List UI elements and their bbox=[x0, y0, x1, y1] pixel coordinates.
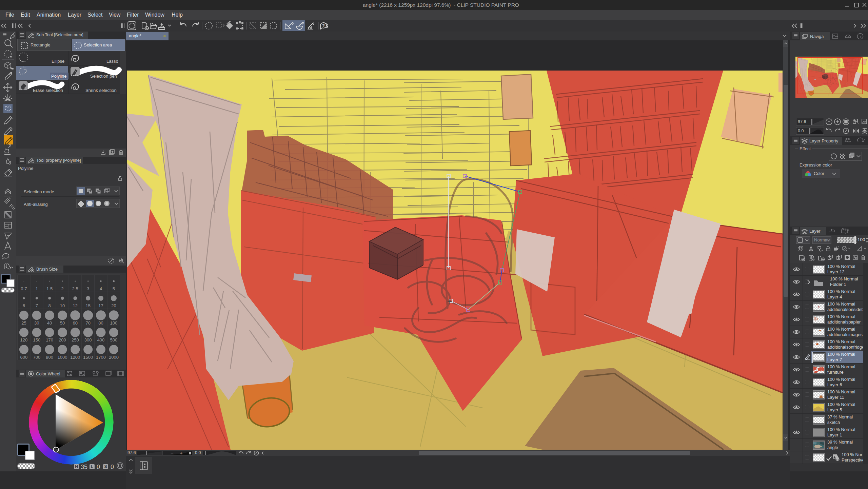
svg-text:7: 7 bbox=[36, 303, 38, 308]
svg-text:2000: 2000 bbox=[109, 355, 119, 360]
svg-text:100: 100 bbox=[110, 320, 118, 326]
svg-text:400: 400 bbox=[97, 337, 105, 343]
svg-text:1700: 1700 bbox=[96, 355, 106, 360]
svg-text:120: 120 bbox=[20, 337, 28, 343]
svg-text:170: 170 bbox=[46, 337, 53, 343]
svg-text:17: 17 bbox=[98, 303, 103, 308]
svg-text:1000: 1000 bbox=[58, 355, 67, 360]
svg-text:200: 200 bbox=[59, 337, 66, 343]
svg-text:500: 500 bbox=[110, 337, 118, 343]
svg-text:20: 20 bbox=[111, 303, 116, 308]
svg-text:150: 150 bbox=[33, 337, 40, 343]
svg-text:300: 300 bbox=[84, 337, 92, 343]
svg-text:15: 15 bbox=[85, 303, 90, 308]
svg-text:250: 250 bbox=[72, 337, 79, 343]
svg-text:1500: 1500 bbox=[83, 355, 93, 360]
svg-text:4: 4 bbox=[100, 286, 102, 291]
svg-text:0.7: 0.7 bbox=[21, 286, 27, 291]
svg-text:1.5: 1.5 bbox=[46, 286, 53, 291]
svg-text:1200: 1200 bbox=[70, 355, 80, 360]
svg-text:25: 25 bbox=[21, 320, 26, 326]
svg-text:3: 3 bbox=[87, 286, 89, 291]
svg-text:70: 70 bbox=[85, 320, 90, 326]
svg-text:700: 700 bbox=[33, 355, 40, 360]
svg-text:30: 30 bbox=[34, 320, 39, 326]
svg-text:8: 8 bbox=[48, 303, 51, 308]
svg-text:80: 80 bbox=[98, 320, 103, 326]
svg-text:?: ? bbox=[322, 23, 325, 28]
svg-text:50: 50 bbox=[60, 320, 65, 326]
svg-text:2: 2 bbox=[61, 286, 63, 291]
svg-text:10: 10 bbox=[60, 303, 65, 308]
svg-text:60: 60 bbox=[73, 320, 78, 326]
svg-text:40: 40 bbox=[47, 320, 52, 326]
svg-text:1: 1 bbox=[36, 286, 38, 291]
svg-text:600: 600 bbox=[20, 355, 28, 360]
svg-text:6: 6 bbox=[23, 303, 25, 308]
svg-text:5: 5 bbox=[113, 286, 115, 291]
svg-text:800: 800 bbox=[46, 355, 53, 360]
svg-text:2.5: 2.5 bbox=[72, 286, 78, 291]
svg-text:12: 12 bbox=[73, 303, 78, 308]
